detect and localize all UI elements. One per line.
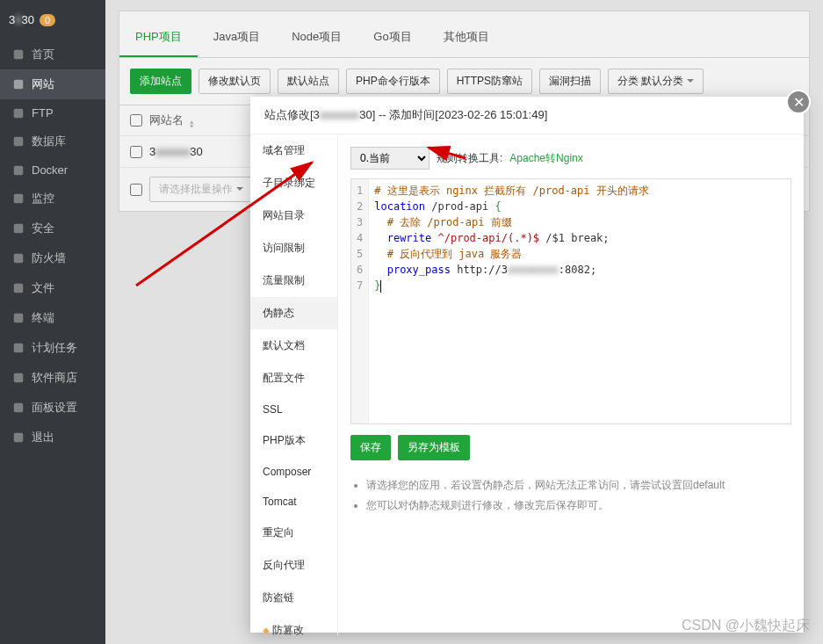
modal-nav-label: PHP版本 — [263, 434, 306, 446]
text-cursor — [380, 280, 381, 293]
rule-convert-link[interactable]: Apache转Nginx — [509, 151, 582, 166]
modal-nav-label: 网站目录 — [263, 209, 305, 221]
modal-nav-label: 访问限制 — [263, 242, 305, 254]
modal-nav-label: 默认文档 — [263, 339, 305, 351]
modal-nav-item-7[interactable]: 配置文件 — [250, 362, 337, 394]
modal-nav-item-5[interactable]: 伪静态 — [250, 297, 337, 329]
modal-nav-label: 子目录绑定 — [263, 177, 315, 189]
save-button[interactable]: 保存 — [350, 435, 391, 460]
site-edit-modal: ✕ 站点修改[3xxxxxxx30] -- 添加时间[2023-02-26 15… — [250, 97, 804, 633]
code-editor[interactable]: 1234567 # 这里是表示 nginx 拦截所有 /prod-api 开头的… — [350, 178, 791, 424]
close-icon: ✕ — [793, 94, 805, 111]
rule-label: 规则转换工具: — [437, 151, 502, 166]
modal-nav-item-10[interactable]: Composer — [250, 457, 337, 487]
modal-nav-item-15[interactable]: ◆防篡改 — [250, 614, 337, 635]
modal-nav-label: SSL — [263, 403, 283, 416]
modal-nav-label: 配置文件 — [263, 372, 305, 384]
modal-nav-label: 伪静态 — [263, 307, 294, 319]
modal-nav-item-13[interactable]: 反向代理 — [250, 549, 337, 582]
notes: 请选择您的应用，若设置伪静态后，网站无法正常访问，请尝试设置回default 您… — [350, 478, 791, 513]
modal-nav-item-12[interactable]: 重定向 — [250, 517, 337, 549]
line-gutter: 1234567 — [351, 179, 369, 423]
modal-nav-label: Tomcat — [263, 496, 297, 508]
modal-nav-label: Composer — [263, 466, 311, 478]
template-row: 0.当前 规则转换工具: Apache转Nginx — [350, 147, 791, 170]
button-row: 保存 另存为模板 — [350, 435, 791, 460]
modal-nav-label: 防篡改 — [272, 624, 304, 635]
modal-nav-label: 域名管理 — [263, 144, 305, 156]
note-text: 您可以对伪静态规则进行修改，修改完后保存即可。 — [366, 498, 791, 513]
template-select[interactable]: 0.当前 — [350, 147, 430, 170]
diamond-icon: ◆ — [263, 626, 270, 635]
close-button[interactable]: ✕ — [786, 90, 811, 114]
modal-nav-item-9[interactable]: PHP版本 — [250, 424, 337, 457]
modal-nav-item-0[interactable]: 域名管理 — [250, 134, 337, 167]
modal-nav-item-1[interactable]: 子目录绑定 — [250, 167, 337, 199]
modal-nav-item-11[interactable]: Tomcat — [250, 487, 337, 517]
note-text: 请选择您的应用，若设置伪静态后，网站无法正常访问，请尝试设置回default — [366, 478, 791, 493]
modal-nav-item-3[interactable]: 访问限制 — [250, 232, 337, 264]
modal-nav-item-2[interactable]: 网站目录 — [250, 199, 337, 232]
save-as-template-button[interactable]: 另存为模板 — [398, 435, 470, 460]
modal-nav-label: 重定向 — [263, 526, 294, 539]
modal-nav-item-4[interactable]: 流量限制 — [250, 264, 337, 297]
modal-nav-label: 防盗链 — [263, 591, 294, 604]
modal-content: 0.当前 规则转换工具: Apache转Nginx 1234567 # 这里是表… — [338, 134, 804, 635]
modal-nav-item-14[interactable]: 防盗链 — [250, 582, 337, 614]
modal-nav-label: 流量限制 — [263, 274, 305, 286]
watermark: CSDN @小魏快起床 — [682, 617, 810, 635]
code-body[interactable]: # 这里是表示 nginx 拦截所有 /prod-api 开头的请求 locat… — [369, 179, 791, 423]
modal-nav-item-6[interactable]: 默认文档 — [250, 329, 337, 362]
modal-title: 站点修改[3xxxxxxx30] -- 添加时间[2023-02-26 15:0… — [250, 97, 804, 134]
modal-nav: 域名管理子目录绑定网站目录访问限制流量限制伪静态默认文档配置文件SSLPHP版本… — [250, 134, 338, 635]
modal-nav-item-8[interactable]: SSL — [250, 394, 337, 424]
modal-nav-label: 反向代理 — [263, 559, 305, 571]
